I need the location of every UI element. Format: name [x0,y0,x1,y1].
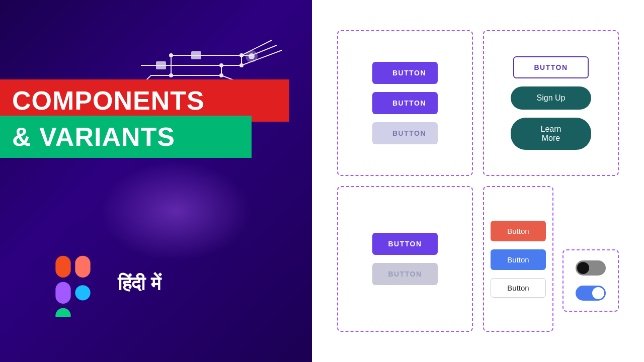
svg-point-15 [239,53,244,57]
right-panel: BUTTON BUTTON BUTTON BUTTON Sign Up Lear… [312,0,644,362]
glow-effect [101,161,252,261]
hindi-text: हिंदी में [118,273,161,295]
button-sign-up[interactable]: Sign Up [511,86,591,110]
button-disabled-1[interactable]: BUTTON [372,263,438,285]
variant-box-top-right: BUTTON Sign Up Learn More [483,30,619,176]
variant-box-bottom-left: BUTTON BUTTON [337,186,473,332]
svg-rect-21 [55,256,70,278]
toggle-on[interactable] [576,286,606,301]
figma-logo [40,251,106,317]
svg-point-12 [169,73,173,77]
button-learn-more[interactable]: Learn More [511,118,591,150]
button-purple-1[interactable]: BUTTON [372,62,438,84]
variant-box-top-left: BUTTON BUTTON BUTTON [337,30,473,176]
button-outline-1[interactable]: BUTTON [513,56,589,78]
svg-rect-19 [156,61,166,69]
toggle-off[interactable] [576,260,606,276]
svg-rect-22 [75,256,90,278]
svg-point-18 [246,50,258,62]
variant-box-toggles [562,249,619,312]
button-purple-2[interactable]: BUTTON [372,92,438,114]
figma-area: हिंदी में [40,251,161,317]
svg-rect-20 [191,51,201,59]
button-blue[interactable]: Button [491,249,546,270]
button-purple-sm-1[interactable]: BUTTON [372,233,438,255]
svg-rect-25 [55,308,70,317]
variant-box-bottom-mid: Button Button Button [483,186,553,332]
left-panel: COMPONENTS & VARIANTS हिंदी में [0,0,332,362]
button-outline-sm[interactable]: Button [491,278,546,298]
button-gray-1[interactable]: BUTTON [372,122,438,144]
svg-rect-23 [55,282,70,304]
svg-point-11 [169,53,173,57]
svg-point-16 [239,63,244,67]
svg-point-14 [219,73,223,77]
svg-point-13 [219,63,223,67]
svg-point-24 [75,285,90,300]
button-coral[interactable]: Button [491,221,546,241]
title-variants: & VARIANTS [0,116,252,158]
